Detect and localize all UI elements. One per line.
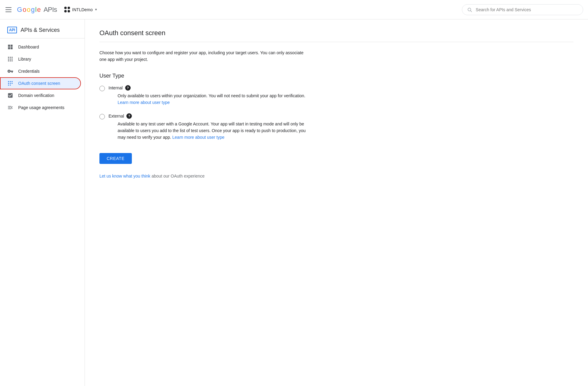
svg-rect-4 [12,57,12,58]
create-button[interactable]: CREATE [99,153,132,164]
hamburger-menu[interactable] [5,6,12,13]
chevron-down-icon: ▼ [95,8,98,11]
sidebar-item-oauth[interactable]: OAuth consent screen [0,77,81,89]
sidebar-item-page-usage[interactable]: Page usage agreements [0,101,81,114]
svg-rect-10 [12,60,12,61]
internal-label: Internal [109,85,123,90]
sidebar-item-domain[interactable]: Domain verification [0,89,81,101]
internal-description: Only available to users within your orga… [109,92,315,106]
feedback-link[interactable]: Let us know what you think [99,174,150,178]
svg-rect-3 [10,57,11,58]
sidebar-item-oauth-label: OAuth consent screen [18,81,60,86]
domain-icon [7,92,13,98]
user-type-section-title: User Type [99,73,573,79]
top-nav: Google APIs INTLDemo ▼ [0,0,588,19]
svg-point-14 [8,83,9,84]
svg-rect-2 [8,57,9,58]
page-title: OAuth consent screen [99,29,573,42]
svg-rect-6 [10,58,11,59]
external-radio[interactable] [99,114,105,119]
svg-point-17 [8,85,9,85]
external-option-section: External ? Available to any test user wi… [99,113,573,141]
library-icon [7,56,13,62]
feedback-suffix: about our OAuth experience [150,174,205,178]
external-label-wrap: External ? Available to any test user wi… [109,113,315,141]
sidebar-header: API APIs & Services [0,23,85,38]
internal-option-section: Internal ? Only available to users withi… [99,85,573,106]
api-badge: API [7,27,17,33]
internal-radio[interactable] [99,86,105,91]
external-description: Available to any test user with a Google… [109,121,315,141]
project-name: INTLDemo [72,7,93,12]
external-label: External [109,114,124,118]
sidebar-item-library-label: Library [18,57,31,62]
sidebar-item-page-usage-label: Page usage agreements [18,105,65,110]
svg-point-12 [10,81,11,82]
sidebar-item-domain-label: Domain verification [18,93,54,98]
svg-point-18 [10,85,11,85]
svg-point-13 [12,81,12,82]
search-icon [467,7,472,12]
svg-point-15 [10,83,11,84]
svg-rect-8 [8,60,9,61]
svg-rect-5 [8,58,9,59]
svg-rect-9 [10,60,11,61]
sidebar-item-credentials-label: Credentials [18,69,40,74]
oauth-icon [7,80,13,86]
svg-point-16 [12,83,12,84]
project-icon [64,7,70,13]
external-help-icon[interactable]: ? [126,113,132,119]
credentials-icon [7,68,13,74]
page-usage-icon [7,105,13,111]
sidebar-divider [0,38,85,38]
internal-radio-option: Internal ? Only available to users withi… [99,85,573,106]
main-content: OAuth consent screen Choose how you want… [85,19,588,386]
project-selector[interactable]: INTLDemo ▼ [62,5,100,15]
svg-line-1 [470,11,472,12]
svg-rect-7 [12,58,12,59]
dashboard-icon [7,44,13,50]
sidebar-item-credentials[interactable]: Credentials [0,65,81,77]
sidebar-item-dashboard[interactable]: Dashboard [0,41,81,53]
sidebar-item-library[interactable]: Library [0,53,81,65]
app-body: API APIs & Services Dashboard [0,19,588,386]
internal-label-wrap: Internal ? Only available to users withi… [109,85,315,106]
internal-help-icon[interactable]: ? [125,85,131,91]
search-bar[interactable] [462,4,583,15]
sidebar: API APIs & Services Dashboard [0,19,85,386]
external-learn-more-link[interactable]: Learn more about user type [172,135,225,140]
description-text: Choose how you want to configure and reg… [99,49,312,63]
feedback-section: Let us know what you think about our OAu… [99,174,573,178]
sidebar-title: APIs & Services [21,27,60,33]
internal-learn-more-link[interactable]: Learn more about user type [118,100,170,105]
sidebar-item-dashboard-label: Dashboard [18,45,39,49]
search-input[interactable] [476,7,578,12]
external-radio-option: External ? Available to any test user wi… [99,113,573,141]
google-logo: Google APIs [17,6,57,14]
svg-point-11 [8,81,9,82]
